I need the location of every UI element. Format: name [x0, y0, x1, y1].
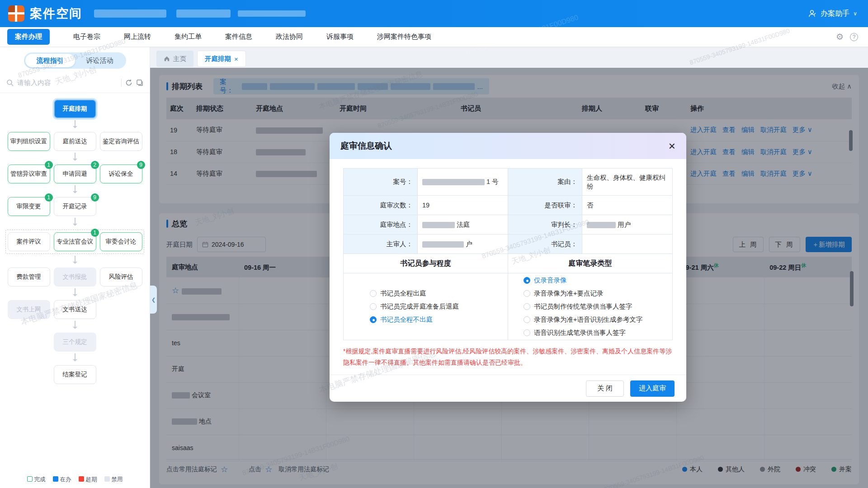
flow-status-legend: 完成 在办 超期 禁用	[0, 476, 150, 483]
joint-trial-value: 否	[582, 196, 673, 215]
flow-node-judge-meeting[interactable]: 专业法官会议 1	[54, 232, 96, 251]
dialog-footer: 关 闭 进入庭审	[330, 375, 686, 402]
radio-option[interactable]: 录音录像为准+语音识别生成参考文字	[524, 315, 668, 324]
clerk-value	[582, 235, 673, 254]
nav-e-files[interactable]: 电子卷宗	[73, 33, 100, 41]
enter-hearing-button[interactable]: 进入庭审	[630, 380, 675, 397]
nav-legal-collab[interactable]: 政法协同	[276, 33, 303, 41]
radio-icon	[524, 329, 530, 336]
flow-node-document-online: 文书上网	[8, 300, 50, 319]
refresh-icon[interactable]	[125, 79, 132, 86]
flow-node-hearing-record[interactable]: 开庭记录 9	[54, 197, 96, 216]
toggle-litigation-activity[interactable]: 诉讼活动	[75, 54, 125, 67]
radio-icon	[524, 290, 530, 297]
radio-option[interactable]: 书记员全程出庭	[370, 289, 503, 298]
user-menu[interactable]: 办案助手 ∨	[808, 9, 857, 19]
flow-node-fee-management[interactable]: 费款管理	[8, 267, 50, 286]
radio-option[interactable]: 书记员完成开庭准备后退庭	[370, 302, 503, 311]
main-nav: 案件办理 电子卷宗 网上流转 集约工单 案件信息 政法协同 诉服事项 涉网案件特…	[0, 27, 868, 47]
nav-internet-case[interactable]: 涉网案件特色事项	[377, 33, 431, 41]
flow-arrow	[0, 216, 150, 230]
gear-icon[interactable]: ⚙	[836, 32, 844, 42]
flow-group-deliberation: 案件评议 专业法官会议 1 审委会讨论	[5, 230, 144, 254]
radio-option[interactable]: 录音录像为准+要点记录	[524, 289, 668, 298]
app-header: 案件空间 办案助手 ∨	[0, 0, 868, 27]
flow-node-trial-org[interactable]: 审判组织设置	[8, 132, 50, 151]
app-title: 案件空间	[30, 5, 82, 22]
session-count-value: 19	[418, 196, 508, 215]
search-icon	[6, 79, 14, 86]
search-input[interactable]	[17, 79, 118, 86]
chevron-down-icon: ∨	[853, 10, 857, 17]
flow-node-case-review[interactable]: 案件评议	[8, 232, 50, 251]
toggle-process-guide[interactable]: 流程指引	[25, 54, 75, 67]
nav-case-info[interactable]: 案件信息	[225, 33, 252, 41]
count-badge: 9	[91, 193, 99, 202]
radio-icon	[524, 316, 530, 323]
flow-node-hearing-schedule[interactable]: 开庭排期	[54, 99, 96, 118]
sidebar: 流程指引 诉讼活动 开庭排期 审判组织设置 庭前送达 鉴定咨询评估	[0, 47, 150, 488]
flow-arrow	[0, 319, 150, 333]
judge-value: 用户	[582, 215, 673, 235]
flow-node-committee-discussion[interactable]: 审委会讨论	[100, 232, 142, 251]
record-type-header: 庭审笔录类型	[508, 254, 673, 273]
radio-icon	[370, 316, 377, 323]
flow-arrow	[0, 286, 150, 300]
sidebar-search	[0, 72, 150, 93]
process-flowchart: 开庭排期 审判组织设置 庭前送达 鉴定咨询评估 管辖异议审查 1 申请回避 2 …	[0, 93, 150, 384]
dialog-title: 庭审信息确认	[340, 140, 392, 152]
redacted-header-text	[238, 10, 306, 17]
radio-icon	[524, 277, 530, 284]
flow-node-time-limit-change[interactable]: 审限变更 1	[8, 197, 50, 216]
user-menu-label: 办案助手	[821, 9, 849, 19]
flow-node-jurisdiction-review[interactable]: 管辖异议审查 1	[8, 164, 50, 183]
radio-option[interactable]: 书记员制作传统笔录供当事人签字	[524, 302, 668, 311]
hearing-info-table: 案号： 1 号 案由： 生命权、身体权、健康权纠纷 庭审次数： 19 是否联审：…	[343, 168, 673, 340]
flow-node-appraisal[interactable]: 鉴定咨询评估	[100, 132, 142, 151]
clerk-participation-header: 书记员参与程度	[344, 254, 508, 273]
case-no-value: 1 号	[418, 169, 508, 196]
count-badge: 1	[45, 161, 53, 169]
radio-option[interactable]: 语音识别生成笔录供当事人签字	[524, 328, 668, 337]
count-badge: 1	[45, 193, 53, 202]
layers-icon[interactable]	[136, 79, 143, 86]
radio-icon	[370, 303, 377, 310]
tab-home[interactable]: 主页	[156, 51, 193, 67]
nav-online-transfer[interactable]: 网上流转	[124, 33, 151, 41]
nav-case-handling[interactable]: 案件办理	[7, 29, 50, 45]
redacted-header-text	[176, 9, 231, 18]
redacted-header-text	[94, 9, 166, 18]
nav-work-orders[interactable]: 集约工单	[175, 33, 202, 41]
flow-node-recusal[interactable]: 申请回避 2	[54, 164, 96, 183]
count-badge: 9	[137, 161, 145, 169]
app-logo-icon	[8, 5, 24, 22]
divider	[121, 79, 122, 87]
flow-node-preservation[interactable]: 诉讼保全 9	[100, 164, 142, 183]
close-button[interactable]: 关 闭	[586, 380, 624, 397]
place-value: 法庭	[418, 215, 508, 235]
flow-node-document-approval: 文书报批	[54, 267, 96, 286]
count-badge: 1	[91, 229, 99, 237]
user-icon	[808, 9, 817, 18]
close-tab-icon[interactable]: ×	[234, 55, 238, 63]
tab-hearing-schedule[interactable]: 开庭排期 ×	[197, 51, 246, 67]
sidebar-toggle: 流程指引 诉讼活动	[24, 52, 126, 69]
flow-node-case-closing[interactable]: 结案登记	[54, 365, 96, 384]
nav-litigation-service[interactable]: 诉服事项	[326, 33, 354, 41]
flow-arrow	[0, 118, 150, 132]
flow-node-risk-assessment[interactable]: 风险评估	[100, 267, 142, 286]
presiding-value: 户	[418, 235, 508, 254]
radio-option-selected[interactable]: 书记员全程不出庭	[370, 315, 503, 324]
flow-node-document-delivery[interactable]: 文书送达	[54, 300, 96, 319]
radio-icon	[370, 290, 377, 297]
clerk-participation-options: 书记员全程出庭 书记员完成开庭准备后退庭 书记员全程不出庭	[348, 289, 503, 324]
flow-node-three-rules: 三个规定	[54, 333, 96, 352]
sidebar-collapse-handle[interactable]: ❮	[150, 286, 157, 314]
close-icon[interactable]: ×	[669, 140, 675, 152]
flow-node-pretrial-delivery[interactable]: 庭前送达	[54, 132, 96, 151]
record-type-options: 仅录音录像 录音录像为准+要点记录 书记员制作传统笔录供当事人签字 录音录像为准…	[513, 276, 668, 337]
help-icon[interactable]: ?	[850, 33, 858, 41]
page-tabstrip: 主页 开庭排期 ×	[156, 51, 246, 67]
live-broadcast-warning: *根据规定,案件庭审直播需要进行风险评估,经风险评估较高的案件、涉敏感案件、涉密…	[343, 346, 673, 368]
radio-option-selected[interactable]: 仅录音录像	[524, 276, 668, 285]
